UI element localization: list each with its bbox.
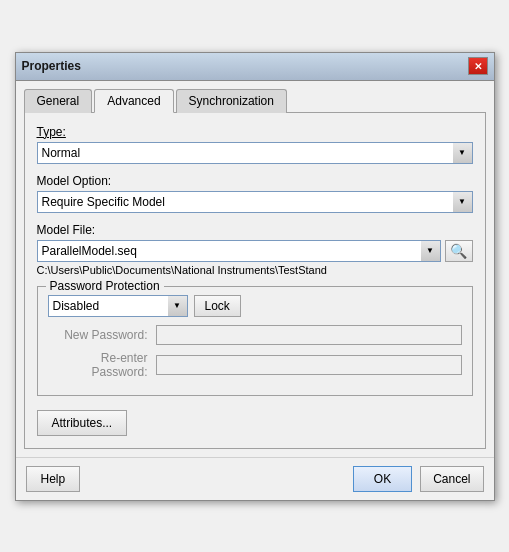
tab-general[interactable]: General [24, 89, 93, 113]
content-area: General Advanced Synchronization Type: N… [16, 81, 494, 457]
title-bar-text: Properties [22, 59, 81, 73]
password-protection-group: Password Protection Disabled ▼ Lock New … [37, 286, 473, 396]
model-file-select[interactable]: ParallelModel.seq [37, 240, 441, 262]
type-select-wrapper: Normal ▼ [37, 142, 473, 164]
reenter-password-input[interactable] [156, 355, 462, 375]
lock-button[interactable]: Lock [194, 295, 241, 317]
type-select[interactable]: Normal [37, 142, 473, 164]
model-file-row: ParallelModel.seq ▼ 🔍 [37, 240, 473, 262]
new-password-input[interactable] [156, 325, 462, 345]
password-protection-title: Password Protection [46, 279, 164, 293]
model-option-label-text: Model Option: [37, 174, 112, 188]
model-file-label: Model File: [37, 223, 473, 237]
close-button[interactable]: ✕ [468, 57, 488, 75]
model-file-label-text: Model File: [37, 223, 96, 237]
help-button[interactable]: Help [26, 466, 81, 492]
window-title: Properties [22, 59, 81, 73]
model-option-label: Model Option: [37, 174, 473, 188]
title-bar-controls: ✕ [468, 57, 488, 75]
reenter-password-row: Re-enter Password: [48, 351, 462, 379]
properties-window: Properties ✕ General Advanced Synchroniz… [15, 52, 495, 501]
model-file-group: Model File: ParallelModel.seq ▼ 🔍 [37, 223, 473, 276]
title-bar: Properties ✕ [16, 53, 494, 81]
footer-right-buttons: OK Cancel [353, 466, 484, 492]
model-option-select[interactable]: Require Specific Model [37, 191, 473, 213]
new-password-label: New Password: [48, 328, 148, 342]
browse-button[interactable]: 🔍 [445, 240, 473, 262]
tab-panel-advanced: Type: Normal ▼ Model Option: R [24, 112, 486, 449]
model-option-group: Model Option: Require Specific Model ▼ [37, 174, 473, 213]
footer: Help OK Cancel [16, 457, 494, 500]
password-select[interactable]: Disabled [48, 295, 188, 317]
reenter-password-label: Re-enter Password: [48, 351, 148, 379]
type-label: Type: [37, 125, 473, 139]
tab-bar: General Advanced Synchronization [24, 89, 486, 113]
tab-synchronization[interactable]: Synchronization [176, 89, 287, 113]
type-group: Type: Normal ▼ [37, 125, 473, 164]
password-select-wrapper: Disabled ▼ [48, 295, 188, 317]
new-password-row: New Password: [48, 325, 462, 345]
ok-button[interactable]: OK [353, 466, 412, 492]
model-option-select-wrapper: Require Specific Model ▼ [37, 191, 473, 213]
type-label-text: Type: [37, 125, 66, 139]
model-file-select-wrapper: ParallelModel.seq ▼ [37, 240, 441, 262]
tab-advanced[interactable]: Advanced [94, 89, 173, 113]
model-file-path: C:\Users\Public\Documents\National Instr… [37, 264, 473, 276]
password-row: Disabled ▼ Lock [48, 295, 462, 317]
attributes-button[interactable]: Attributes... [37, 410, 128, 436]
cancel-button[interactable]: Cancel [420, 466, 483, 492]
browse-icon: 🔍 [450, 243, 467, 259]
